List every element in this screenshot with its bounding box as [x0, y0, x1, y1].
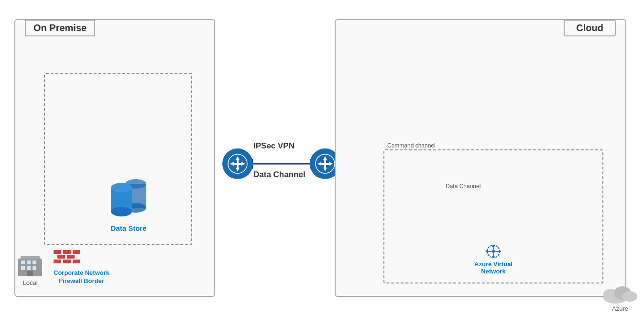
- router-left-icon: [227, 153, 248, 174]
- svg-rect-22: [54, 260, 61, 263]
- data-channel-label: Data Channel: [253, 170, 306, 180]
- svg-rect-33: [27, 271, 33, 276]
- vpn-router-left: [222, 148, 253, 179]
- svg-rect-24: [73, 260, 80, 263]
- command-channel-label: Command channel: [387, 142, 436, 149]
- firewall-border-label: Firewall Border: [54, 277, 109, 284]
- svg-point-100: [622, 291, 637, 302]
- dashed-box-onprem: Data Store: [44, 73, 192, 245]
- svg-rect-28: [27, 260, 31, 264]
- firewall-icon: [54, 250, 80, 267]
- svg-rect-17: [54, 250, 61, 254]
- data-channel-inner-label: Data Channel: [446, 183, 480, 190]
- svg-rect-49: [321, 163, 325, 165]
- svg-rect-19: [73, 250, 80, 254]
- svg-point-16: [111, 183, 132, 192]
- data-store-area: Data Store: [102, 170, 155, 232]
- building-icon: [18, 249, 42, 278]
- svg-rect-20: [57, 255, 65, 259]
- svg-rect-27: [21, 260, 25, 264]
- local-label: Local: [22, 279, 37, 286]
- svg-rect-30: [21, 266, 25, 270]
- cloud-label: Cloud: [564, 20, 616, 36]
- svg-rect-18: [63, 250, 71, 254]
- azure-vnet-box: Azure Virtual Network: [383, 149, 603, 283]
- azure-cloud-icon: [601, 281, 639, 305]
- on-premise-label: On Premise: [25, 20, 95, 36]
- svg-point-15: [111, 207, 132, 216]
- svg-rect-40: [234, 163, 238, 165]
- data-store-icon: [102, 170, 155, 222]
- corporate-network-label: Corporate Network: [54, 269, 109, 276]
- diagram-container: On Premise Data Store: [0, 0, 644, 317]
- svg-rect-32: [33, 266, 36, 270]
- cloud-box: Cloud Data Factory: [335, 19, 626, 297]
- azure-cloud-label: Azure: [612, 305, 628, 312]
- router-right-icon: [315, 153, 336, 174]
- vnet-icon: [481, 244, 505, 259]
- svg-rect-31: [27, 266, 31, 270]
- data-store-label: Data Store: [110, 224, 146, 232]
- svg-rect-23: [63, 260, 71, 263]
- ipsec-vpn-label: IPSec VPN: [253, 141, 295, 151]
- local-building-area: Local: [18, 249, 42, 286]
- on-premise-box: On Premise Data Store: [14, 19, 215, 297]
- firewall-label: Corporate Network Firewall Border: [54, 250, 109, 284]
- azure-cloud-area: Azure: [601, 281, 639, 312]
- svg-rect-21: [67, 255, 75, 259]
- svg-rect-42: [238, 163, 241, 165]
- azure-vnet-label: Azure Virtual Network: [474, 244, 513, 275]
- svg-rect-29: [33, 260, 36, 264]
- svg-point-74: [492, 250, 495, 253]
- svg-rect-51: [325, 163, 329, 165]
